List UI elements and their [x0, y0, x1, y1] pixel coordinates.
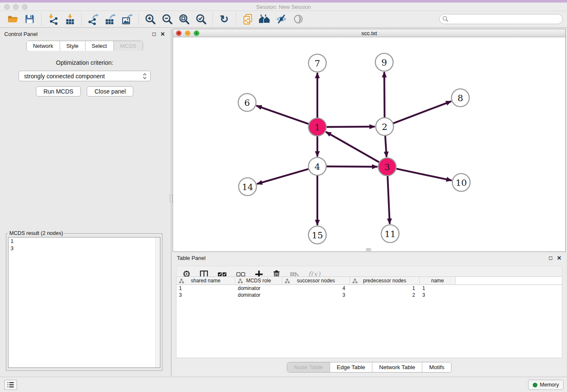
graph-edge-1-6[interactable] — [256, 106, 309, 124]
splitter-grip[interactable] — [170, 195, 173, 202]
mcds-tab-content: Optimization criterion: strongly connect… — [3, 51, 167, 375]
refresh-view-button[interactable]: ↻ — [216, 12, 233, 26]
memory-label: Memory — [540, 382, 559, 388]
memory-status-icon — [533, 383, 537, 387]
tab-motifs[interactable]: Motifs — [422, 362, 451, 372]
table-cell[interactable]: 4 — [282, 285, 350, 292]
optimization-criterion-label: Optimization criterion: — [3, 59, 167, 66]
graph-edge-3-10[interactable] — [396, 169, 452, 181]
graph-node-6[interactable]: 6 — [238, 94, 256, 111]
table-cell[interactable]: 3 — [420, 292, 456, 298]
export-network-button[interactable] — [85, 12, 102, 26]
table-cell[interactable]: 1 — [176, 285, 235, 292]
graph-edge-3-11[interactable] — [388, 176, 390, 224]
graph-node-14[interactable]: 14 — [239, 178, 256, 196]
zoom-fit-button[interactable] — [176, 12, 193, 26]
graph-edge-3-1[interactable] — [326, 132, 379, 162]
tab-node-table[interactable]: Node Table — [287, 362, 330, 372]
task-history-button[interactable] — [4, 380, 17, 390]
table-cell[interactable]: 3 — [282, 292, 350, 298]
toolbar-separator — [236, 13, 236, 25]
close-panel-icon[interactable]: ✕ — [160, 31, 165, 37]
save-session-button[interactable] — [21, 12, 38, 26]
tab-edge-table[interactable]: Edge Table — [330, 362, 372, 372]
close-panel-button[interactable]: Close panel — [87, 86, 133, 97]
table-cell[interactable]: 2 — [350, 292, 420, 298]
column-header-MCDS-role[interactable]: MCDS role — [235, 277, 282, 284]
import-table-button[interactable] — [61, 12, 78, 26]
clone-network-button[interactable] — [239, 12, 256, 26]
graph-node-8[interactable]: 8 — [451, 89, 469, 107]
table-cell[interactable]: dominator — [235, 292, 282, 298]
optimization-criterion-select[interactable]: strongly connected component — [19, 71, 151, 81]
open-session-button[interactable] — [4, 12, 21, 26]
graph-node-9[interactable]: 9 — [375, 53, 393, 71]
table-cell[interactable]: 3 — [176, 292, 235, 298]
graph-node-4[interactable]: 4 — [308, 157, 326, 175]
graph-node-2[interactable]: 2 — [376, 118, 394, 135]
tab-style[interactable]: Style — [60, 41, 85, 51]
main-toolbar: ↻ — [0, 11, 567, 28]
table-panel-header: Table Panel ◻ ✕ — [173, 253, 566, 263]
column-header-predecessor-nodes[interactable]: predecessor nodes — [350, 277, 420, 284]
memory-button[interactable]: Memory — [528, 380, 564, 390]
graph-node-1[interactable]: 1 — [308, 118, 326, 136]
network-canvas[interactable]: 7968124314101511 — [173, 38, 565, 251]
graph-edge-2-8[interactable] — [394, 101, 451, 123]
tab-network[interactable]: Network — [27, 41, 60, 51]
clone-network-icon — [242, 14, 253, 25]
save-floppy-icon — [24, 14, 35, 25]
graph-edge-2-9[interactable] — [384, 72, 385, 117]
control-panel-header: Control Panel ◻ ✕ — [0, 29, 169, 39]
network-graph[interactable]: 7968124314101511 — [173, 38, 565, 251]
selected-criterion: strongly connected component — [24, 73, 105, 80]
mcds-result-text[interactable]: 1 3 — [8, 237, 160, 368]
table-row[interactable]: 3dominator323 — [176, 292, 562, 298]
table-cell[interactable]: 1 — [350, 285, 420, 292]
float-table-panel-icon[interactable]: ◻ — [548, 255, 553, 261]
run-mcds-button[interactable]: Run MCDS — [36, 86, 81, 97]
search-input[interactable] — [439, 14, 563, 24]
zoom-in-button[interactable] — [142, 12, 159, 26]
result-scrollbar[interactable] — [155, 237, 160, 367]
table-cell[interactable]: 1 — [420, 285, 456, 292]
graph-edge-2-3[interactable] — [385, 136, 386, 157]
graph-node-15[interactable]: 15 — [308, 226, 326, 244]
hide-panels-button[interactable] — [273, 12, 290, 26]
canvas-scrollbar-thumb[interactable] — [366, 248, 371, 251]
graph-edge-1-2[interactable] — [327, 127, 375, 127]
table-row[interactable]: 1dominator411 — [176, 285, 562, 292]
tab-select[interactable]: Select — [85, 41, 114, 51]
graph-node-10[interactable]: 10 — [452, 174, 470, 191]
import-network-icon — [47, 14, 59, 25]
network-window-titlebar[interactable]: ✕ − + scc.txt — [173, 29, 565, 37]
export-table-button[interactable] — [102, 12, 118, 26]
graph-node-11[interactable]: 11 — [381, 225, 399, 243]
app-title: Session: New Session — [0, 4, 567, 10]
column-header-shared-name[interactable]: shared name — [176, 277, 235, 284]
import-network-button[interactable] — [44, 12, 61, 26]
graph-edge-4-14[interactable] — [257, 169, 308, 184]
export-image-button[interactable] — [118, 12, 135, 26]
toolbar-separator — [41, 13, 41, 25]
column-header-successor-nodes[interactable]: successor nodes — [282, 277, 350, 284]
zoom-out-button[interactable] — [159, 12, 176, 26]
panel-splitter[interactable] — [169, 29, 173, 376]
float-panel-icon[interactable]: ◻ — [152, 31, 156, 37]
network-view-window: ✕ − + scc.txt 7968124314101511 — [173, 29, 566, 252]
table-cell[interactable]: dominator — [235, 285, 282, 292]
graph-edge-4-3[interactable] — [327, 166, 377, 167]
show-all-networks-button[interactable] — [256, 12, 273, 26]
tab-mcds[interactable]: MCDS — [114, 41, 143, 51]
graph-node-3[interactable]: 3 — [378, 158, 396, 176]
eye-disabled-button — [290, 12, 307, 26]
search-box — [439, 14, 563, 24]
close-table-panel-icon[interactable]: ✕ — [557, 255, 561, 261]
list-icon — [7, 382, 14, 388]
eye-slash-icon — [275, 13, 287, 25]
table-tabbar: Node Table Edge Table Network Table Moti… — [173, 362, 566, 373]
zoom-selected-button[interactable] — [193, 12, 209, 26]
graph-node-7[interactable]: 7 — [308, 54, 326, 72]
tab-network-table[interactable]: Network Table — [372, 362, 422, 372]
column-header-name[interactable]: name — [420, 277, 456, 284]
